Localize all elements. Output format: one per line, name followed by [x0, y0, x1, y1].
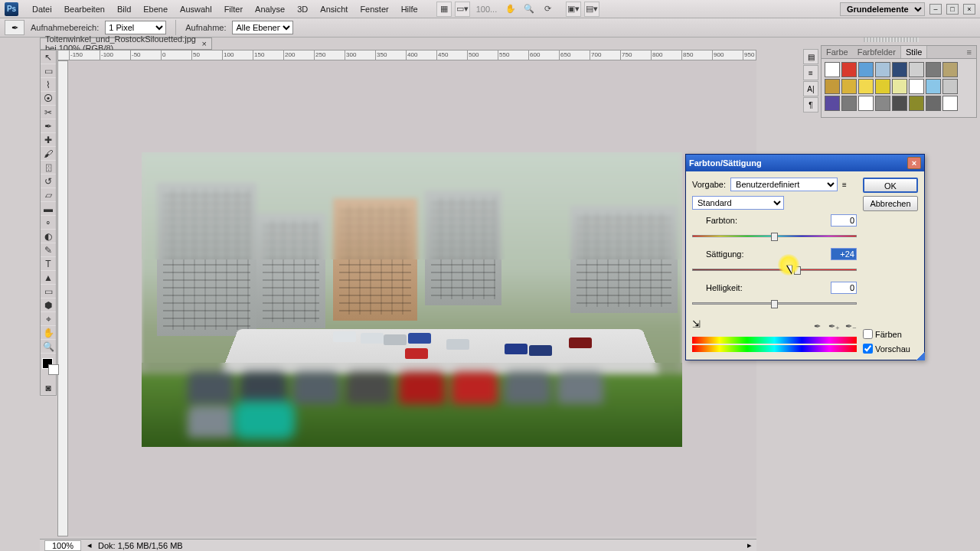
sample-select[interactable]: Alle Ebenen: [232, 21, 293, 34]
type-tool-icon[interactable]: T: [41, 257, 56, 271]
menu-3d[interactable]: 3D: [291, 2, 314, 16]
menu-analyse[interactable]: Analyse: [249, 2, 291, 16]
dialog-close-icon[interactable]: ×: [907, 157, 921, 169]
close-tab-icon[interactable]: ×: [202, 39, 207, 48]
menu-bearbeiten[interactable]: Bearbeiten: [58, 2, 111, 16]
colorize-checkbox[interactable]: Färben: [863, 329, 918, 339]
window-close-icon[interactable]: ×: [963, 4, 975, 15]
lasso-tool-icon[interactable]: ⌇: [41, 78, 56, 92]
style-swatch[interactable]: [942, 79, 958, 94]
tool-preset-icon[interactable]: ✒: [5, 20, 24, 35]
hue-slider[interactable]: [692, 231, 857, 242]
quick-select-tool-icon[interactable]: ⦿: [41, 92, 56, 106]
ok-button[interactable]: OK: [863, 178, 918, 193]
style-swatch[interactable]: [926, 79, 941, 94]
style-swatch[interactable]: [892, 62, 907, 77]
status-zoom[interactable]: 100%: [44, 540, 81, 551]
eyedropper-sub-icon[interactable]: ✒₋: [844, 320, 857, 332]
move-tool-icon[interactable]: ↖: [41, 51, 56, 64]
window-minimize-icon[interactable]: –: [929, 4, 942, 15]
scroll-left-icon[interactable]: ◂: [87, 540, 92, 550]
style-swatch[interactable]: [909, 79, 924, 94]
path-select-tool-icon[interactable]: ▲: [41, 271, 56, 285]
tab-farbfelder[interactable]: Farbfelder: [853, 46, 900, 58]
style-swatch[interactable]: [926, 62, 941, 77]
eyedropper-icon[interactable]: ✒: [811, 320, 823, 332]
preview-checkbox[interactable]: Vorschau: [863, 344, 918, 354]
workspace-select[interactable]: Grundelemente: [840, 2, 925, 16]
style-swatch[interactable]: [825, 79, 840, 94]
style-swatch[interactable]: [875, 62, 890, 77]
marquee-tool-icon[interactable]: ▭: [41, 64, 56, 78]
document-tab[interactable]: Toitenwinkel_und_RostockSilouetted.jpg b…: [40, 37, 212, 50]
quick-mask-icon[interactable]: ◙: [41, 381, 56, 395]
cancel-button[interactable]: Abbrechen: [863, 196, 918, 211]
extras-icon[interactable]: ▤▾: [584, 2, 599, 17]
style-swatch[interactable]: [825, 96, 840, 111]
history-brush-tool-icon[interactable]: ↺: [41, 174, 56, 188]
preset-menu-icon[interactable]: ≡: [842, 181, 847, 189]
stamp-tool-icon[interactable]: ⌹: [41, 161, 56, 174]
lightness-slider[interactable]: [692, 298, 857, 309]
hand-tool-icon[interactable]: ✋: [41, 326, 56, 340]
saturation-value[interactable]: [831, 248, 857, 260]
zoom-tool-icon[interactable]: 🔍: [41, 340, 56, 354]
launch-bridge-icon[interactable]: ▦: [436, 2, 452, 17]
dock-handle[interactable]: [864, 37, 919, 42]
gradient-tool-icon[interactable]: ▬: [41, 202, 56, 216]
zoom-icon[interactable]: 🔍: [521, 2, 537, 17]
eraser-tool-icon[interactable]: ▱: [41, 188, 56, 202]
dock-hist-icon[interactable]: ≡: [803, 65, 818, 80]
menu-ansicht[interactable]: Ansicht: [314, 2, 354, 16]
document-image[interactable]: [142, 152, 682, 447]
background-color[interactable]: [48, 364, 59, 375]
preset-select[interactable]: Benutzerdefiniert: [730, 178, 838, 191]
style-swatch[interactable]: [841, 62, 857, 77]
style-swatch[interactable]: [858, 96, 874, 111]
style-swatch[interactable]: [892, 79, 907, 94]
menu-ebene[interactable]: Ebene: [137, 2, 174, 16]
3d-tool-icon[interactable]: ⬢: [41, 298, 56, 312]
arrange-docs-icon[interactable]: ▭▾: [455, 2, 470, 17]
tab-stile[interactable]: Stile: [900, 46, 927, 58]
style-swatch[interactable]: [892, 96, 907, 111]
healing-tool-icon[interactable]: ✚: [41, 133, 56, 147]
rotate-view-icon[interactable]: ⟳: [540, 2, 555, 17]
menu-bild[interactable]: Bild: [111, 2, 137, 16]
style-swatch[interactable]: [926, 96, 941, 111]
style-swatch[interactable]: [875, 79, 890, 94]
style-swatch[interactable]: [841, 79, 857, 94]
eyedropper-add-icon[interactable]: ✒₊: [828, 320, 840, 332]
blur-tool-icon[interactable]: ∘: [41, 216, 56, 230]
eyedropper-tool-icon[interactable]: ✒: [41, 119, 56, 133]
style-swatch[interactable]: [825, 62, 840, 77]
style-swatch[interactable]: [875, 96, 890, 111]
color-swatches[interactable]: [41, 357, 56, 381]
3d-camera-tool-icon[interactable]: ⌖: [41, 312, 56, 326]
pen-tool-icon[interactable]: ✎: [41, 243, 56, 257]
sample-size-select[interactable]: 1 Pixel: [105, 21, 166, 34]
clip-icon[interactable]: ⇲: [692, 318, 701, 330]
dock-char-icon[interactable]: A|: [803, 81, 818, 96]
saturation-slider[interactable]: [692, 265, 857, 276]
menu-filter[interactable]: Filter: [218, 2, 249, 16]
style-swatch[interactable]: [841, 96, 857, 111]
dodge-tool-icon[interactable]: ◐: [41, 230, 56, 243]
style-swatch[interactable]: [909, 62, 924, 77]
menu-auswahl[interactable]: Auswahl: [174, 2, 218, 16]
brush-tool-icon[interactable]: 🖌: [41, 147, 56, 161]
tab-farbe[interactable]: Farbe: [822, 46, 853, 58]
menu-hilfe[interactable]: Hilfe: [395, 2, 424, 16]
lightness-value[interactable]: [831, 282, 857, 294]
crop-tool-icon[interactable]: ✂: [41, 106, 56, 119]
hand-icon[interactable]: ✋: [503, 2, 518, 17]
dock-para-icon[interactable]: ¶: [803, 97, 818, 112]
dialog-titlebar[interactable]: Farbton/Sättigung ×: [686, 155, 924, 171]
zoom-field[interactable]: 100...: [472, 5, 502, 14]
panel-menu-icon[interactable]: ≡: [962, 46, 976, 58]
style-swatch[interactable]: [858, 62, 874, 77]
shape-tool-icon[interactable]: ▭: [41, 285, 56, 298]
resize-handle-icon[interactable]: [916, 351, 925, 360]
menu-datei[interactable]: Datei: [26, 2, 58, 16]
app-icon[interactable]: Ps: [5, 2, 18, 16]
